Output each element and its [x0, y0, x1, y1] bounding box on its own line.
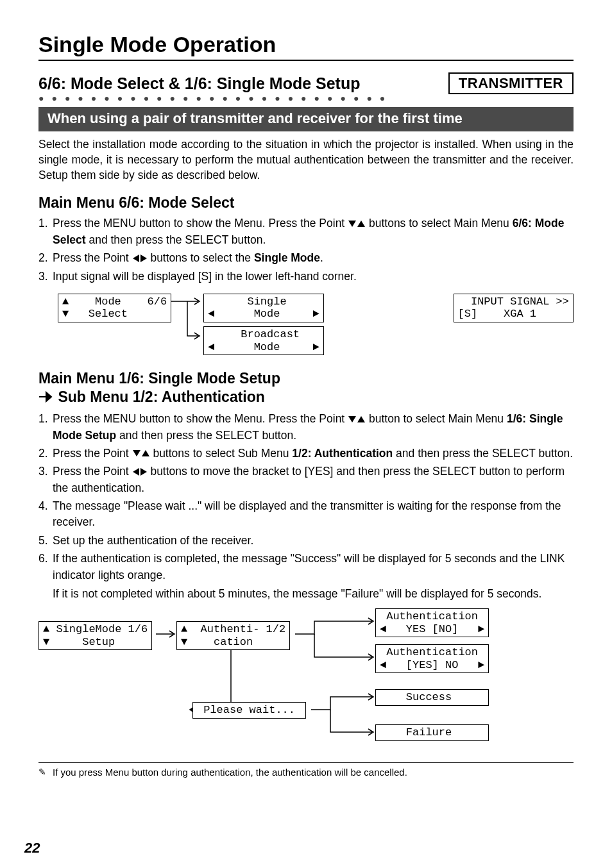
list-body: If the authentication is completed, the … — [51, 551, 574, 583]
lcd-box: Authentication ◄ YES [NO] ► — [375, 608, 489, 637]
transmitter-badge: TRANSMITTER — [448, 72, 574, 94]
text: Press the Point — [53, 251, 132, 264]
footnote: ✎ If you press Menu button during authen… — [38, 762, 574, 778]
text: buttons to select Sub Menu — [150, 447, 293, 460]
triangle-up-icon — [141, 449, 150, 457]
list-body: Press the MENU button to show the Menu. … — [51, 411, 574, 444]
triangle-left-icon — [132, 254, 140, 263]
text: buttons to select the — [148, 251, 254, 264]
lcd-box: Authentication ◄ [YES] NO ► — [375, 644, 489, 673]
lcd-box: INPUT SIGNAL >> [S] XGA 1 — [454, 294, 574, 322]
page-title: Single Mode Operation — [38, 32, 574, 57]
svg-marker-6 — [133, 450, 140, 456]
svg-marker-5 — [357, 416, 365, 422]
svg-marker-9 — [140, 468, 147, 476]
banner-heading: When using a pair of transmitter and rec… — [38, 107, 574, 131]
list-body: The message "Please wait ..." will be di… — [51, 498, 574, 531]
triangle-left-icon — [132, 467, 140, 476]
dot-leader: ●●●●●●●●●●●●●●●●●●●●●●●●●●● — [38, 96, 574, 101]
text: Press the MENU button to show the Menu. … — [53, 217, 348, 230]
connector — [171, 294, 203, 351]
lcd-box: Success — [375, 689, 489, 706]
text: Press the MENU button to show the Menu. … — [53, 412, 348, 425]
list-item: 6. If the authentication is completed, t… — [38, 551, 574, 583]
list-body: Press the MENU button to show the Menu. … — [51, 215, 574, 248]
pencil-icon: ✎ — [38, 767, 46, 777]
text: and then press the SELECT button. — [393, 447, 573, 460]
list-number: 3. — [38, 463, 51, 496]
heading-line-2: Sub Menu 1/2: Authentication — [54, 388, 265, 405]
list-item: 2. Press the Point buttons to select the… — [38, 250, 574, 266]
triangle-down-icon — [348, 415, 357, 423]
lcd-box: Single ◄ Mode ► — [203, 294, 323, 322]
triangle-down-icon — [348, 220, 357, 228]
svg-marker-1 — [357, 221, 365, 227]
text: . — [320, 251, 323, 264]
triangle-up-icon — [357, 415, 366, 423]
list-number: 2. — [38, 446, 51, 462]
section-header: 6/6: Mode Select & 1/6: Single Mode Setu… — [38, 72, 574, 94]
list-item: 3. Press the Point buttons to move the b… — [38, 463, 574, 496]
lcd-flow-mode-select: ▲ Mode 6/6 ▼ Select Single ◄ Mode ► Broa… — [38, 294, 574, 355]
list-body: Press the Point buttons to select the Si… — [51, 250, 574, 266]
text: Press the Point — [53, 447, 132, 460]
svg-marker-4 — [348, 416, 356, 422]
svg-marker-2 — [133, 255, 139, 262]
arrow-right-icon — [38, 388, 54, 407]
triangle-up-icon — [357, 220, 366, 228]
list-item: 3. Input signal will be displayed [S] in… — [38, 269, 574, 285]
lcd-box: ▲ SingleMode 1/6 ▼ Setup — [38, 621, 152, 650]
text: Press the Point — [53, 465, 132, 478]
triangle-right-icon — [140, 467, 148, 476]
list-number: 1. — [38, 411, 51, 444]
list-number: 4. — [38, 498, 51, 531]
lcd-box: Failure — [375, 724, 489, 741]
lcd-box: Broadcast ◄ Mode ► — [203, 326, 323, 355]
lcd-flow-single-setup: ▲ SingleMode 1/6 ▼ Setup ▲ Authenti- 1/2… — [38, 607, 574, 755]
list-number: 2. — [38, 250, 51, 266]
triangle-down-icon — [132, 449, 141, 457]
svg-marker-3 — [140, 255, 147, 262]
bold-text: Single Mode — [254, 251, 320, 264]
list-number: 1. — [38, 215, 51, 248]
list-item: 1. Press the MENU button to show the Men… — [38, 215, 574, 248]
section-title: 6/6: Mode Select & 1/6: Single Mode Setu… — [38, 74, 361, 93]
text: and then press the SELECT button. — [86, 233, 266, 246]
list-item: 1. Press the MENU button to show the Men… — [38, 411, 574, 444]
list-number: 5. — [38, 533, 51, 549]
list-item: 4. The message "Please wait ..." will be… — [38, 498, 574, 531]
triangle-right-icon — [140, 254, 148, 263]
text: button to select Main Menu — [366, 412, 507, 425]
single-setup-heading: Main Menu 1/6: Single Mode Setup Sub Men… — [38, 369, 574, 407]
text: and then press the SELECT button. — [116, 429, 296, 442]
list-item: 5. Set up the authentication of the rece… — [38, 533, 574, 549]
lcd-stack: Single ◄ Mode ► Broadcast ◄ Mode ► — [203, 294, 323, 355]
list-body: Press the Point buttons to move the brac… — [51, 463, 574, 496]
svg-marker-8 — [133, 468, 139, 476]
list-number: 6. — [38, 551, 51, 583]
intro-paragraph: Select the installation mode according t… — [38, 137, 574, 183]
title-rule — [38, 60, 574, 61]
lcd-box: Please wait... — [192, 702, 306, 719]
svg-marker-0 — [348, 221, 356, 227]
list-body: Set up the authentication of the receive… — [51, 533, 574, 549]
list-number: 3. — [38, 269, 51, 285]
footnote-text: If you press Menu button during authenti… — [53, 767, 407, 778]
bold-text: 1/2: Authentication — [292, 447, 393, 460]
lcd-box: ▲ Authenti- 1/2 ▼ cation — [176, 621, 290, 650]
text: buttons to select Main Menu — [366, 217, 513, 230]
lcd-box: ▲ Mode 6/6 ▼ Select — [58, 294, 171, 322]
page-number: 22 — [24, 840, 40, 856]
heading-line-1: Main Menu 1/6: Single Mode Setup — [38, 370, 280, 387]
list-item: 2. Press the Point buttons to select Sub… — [38, 446, 574, 462]
svg-marker-7 — [142, 450, 149, 456]
list-body: Press the Point buttons to select Sub Me… — [51, 446, 574, 462]
list-body: Input signal will be displayed [S] in th… — [51, 269, 574, 285]
indented-paragraph: If it is not completed within about 5 mi… — [38, 586, 574, 602]
mode-select-heading: Main Menu 6/6: Mode Select — [38, 194, 574, 212]
